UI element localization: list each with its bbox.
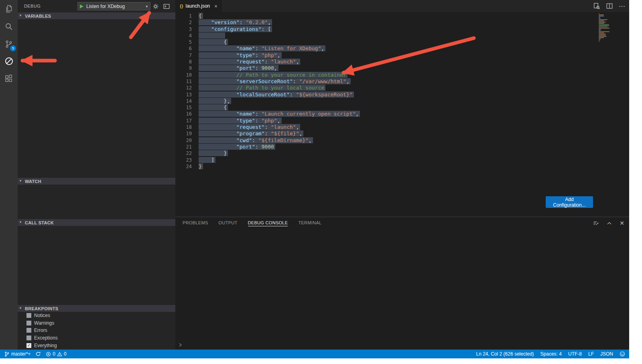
code-line[interactable]: 20 "cwd": "${fileDirname}", (175, 137, 360, 144)
code-line[interactable]: 16 "name": "Launch currently open script… (175, 111, 360, 117)
panel-tab-output[interactable]: OUTPUT (219, 220, 238, 226)
close-tab-icon[interactable]: × (214, 3, 217, 9)
open-preview-icon[interactable] (593, 2, 600, 10)
tab-launch-json[interactable]: {} launch.json × (175, 0, 222, 12)
close-panel-icon[interactable]: ✕ (620, 220, 624, 226)
breakpoint-item[interactable]: Exceptions (18, 334, 175, 342)
debug-console-output[interactable] (175, 229, 629, 342)
indentation-status[interactable]: Spaces: 4 (540, 351, 562, 357)
language-mode[interactable]: JSON (600, 351, 613, 357)
code-line[interactable]: 2 "version": "0.2.0", (175, 19, 360, 26)
bottom-panel: PROBLEMSOUTPUTDEBUG CONSOLETERMINAL ✕ (175, 217, 629, 350)
checkbox-unchecked[interactable] (26, 313, 31, 318)
add-configuration-button[interactable]: Add Configuration... (546, 196, 593, 208)
debug-config-dropdown[interactable]: Listen for XDebug ▾ (77, 2, 150, 10)
problems-status[interactable]: 0 0 (46, 351, 66, 357)
vscode-window: 5 DEBUG Listen for XDebug ▾ (0, 0, 629, 358)
code-line[interactable]: 18 "request": "launch", (175, 124, 360, 130)
activity-debug[interactable] (0, 52, 18, 70)
split-editor-icon[interactable] (606, 2, 613, 10)
line-text: "name": "Listen for XDebug", (199, 45, 325, 52)
breakpoint-item[interactable]: Notices (18, 312, 175, 319)
code-line[interactable]: 11 "serverSourceRoot": "/var/www/html", (175, 78, 360, 85)
minimap-line (599, 28, 609, 28)
code-line[interactable]: 13 "localSourceRoot": "${workspaceRoot}" (175, 92, 360, 98)
code-line[interactable]: 1{ (175, 13, 360, 19)
activity-explorer[interactable] (0, 0, 18, 18)
call-stack-section-label: CALL STACK (25, 220, 54, 225)
sync-button[interactable] (35, 351, 41, 357)
line-text: { (199, 13, 203, 19)
minimap[interactable] (599, 13, 611, 42)
code-line[interactable]: 8 "request": "launch", (175, 59, 360, 65)
code-line[interactable]: 24} (175, 163, 360, 170)
code-line[interactable]: 17 "type": "php", (175, 118, 360, 124)
code-line[interactable]: 3 "configurations": [ (175, 26, 360, 33)
branch-status[interactable]: master*+ (4, 351, 30, 357)
minimap-line (599, 29, 601, 30)
maximize-panel-icon[interactable] (606, 220, 612, 226)
minimap-line (599, 13, 599, 14)
line-text: // Path to your source in container (199, 72, 347, 78)
breakpoint-item[interactable]: Errors (18, 327, 175, 334)
code-line[interactable]: 9 "port": 9000, (175, 65, 360, 71)
code-line[interactable]: 4 (175, 33, 360, 39)
line-text: "type": "php", (199, 52, 282, 59)
minimap-line (599, 23, 604, 24)
line-text: { (199, 39, 228, 45)
cursor-position[interactable]: Ln 24, Col 2 (626 selected) (476, 351, 534, 357)
code-line[interactable]: 19 "program": "${file}", (175, 130, 360, 137)
checkbox-unchecked[interactable] (26, 336, 31, 340)
panel-tab-debug-console[interactable]: DEBUG CONSOLE (248, 220, 288, 226)
code-line[interactable]: 10 // Path to your source in container (175, 72, 360, 78)
minimap-line (599, 16, 604, 16)
encoding-status[interactable]: UTF-8 (568, 351, 582, 357)
eol-status[interactable]: LF (588, 351, 594, 357)
start-debugging-icon[interactable] (80, 4, 83, 8)
variables-section-body (18, 19, 175, 178)
code-line[interactable]: 14 }, (175, 98, 360, 104)
code-line[interactable]: 22 } (175, 150, 360, 157)
checkbox-checked[interactable]: ✓ (26, 343, 31, 348)
code-line[interactable]: 23 ] (175, 157, 360, 163)
breakpoint-item[interactable]: Warnings (18, 319, 175, 327)
minimap-line (599, 39, 601, 39)
line-number: 14 (175, 98, 192, 104)
panel-tab-terminal[interactable]: TERMINAL (298, 220, 321, 226)
breakpoint-item[interactable]: ✓Everything (18, 342, 175, 349)
collapse-icon: ▾ (20, 220, 21, 224)
code-line[interactable]: 6 "name": "Listen for XDebug", (175, 45, 360, 52)
activity-source-control[interactable]: 5 (0, 35, 18, 53)
breakpoint-label: Exceptions (34, 335, 58, 341)
chevron-down-icon: ▾ (146, 4, 148, 8)
open-debug-console-button[interactable] (162, 2, 171, 11)
code-line[interactable]: 7 "type": "php", (175, 52, 360, 59)
breakpoints-section-header[interactable]: ▾ BREAKPOINTS (18, 305, 175, 312)
activity-extensions[interactable] (0, 70, 18, 87)
clear-console-icon[interactable] (593, 220, 599, 226)
code-editor[interactable]: 1{2 "version": "0.2.0",3 "configurations… (175, 12, 629, 217)
console-prompt-icon[interactable] (178, 342, 183, 348)
debug-sidebar: DEBUG Listen for XDebug ▾ ▾ VARIABLES (18, 0, 175, 350)
watch-section-header[interactable]: ▾ WATCH (18, 178, 175, 185)
panel-tab-problems[interactable]: PROBLEMS (183, 220, 208, 226)
editor-actions: ⋯ (593, 0, 625, 12)
status-left: master*+ 0 0 (4, 351, 67, 357)
configure-launch-button[interactable] (151, 2, 160, 11)
collapse-icon: ▾ (20, 179, 21, 183)
code-line[interactable]: 21 "port": 9000 (175, 144, 360, 150)
activity-search[interactable] (0, 18, 18, 35)
line-number: 3 (175, 26, 192, 33)
feedback-smiley-icon[interactable] (620, 351, 625, 357)
checkbox-unchecked[interactable] (26, 321, 31, 325)
error-count: 0 (53, 351, 55, 357)
code-line[interactable]: 5 { (175, 39, 360, 45)
call-stack-section-header[interactable]: ▾ CALL STACK (18, 219, 175, 226)
minimap-line (599, 37, 604, 38)
code-line[interactable]: 15 { (175, 104, 360, 111)
more-actions-icon[interactable]: ⋯ (619, 2, 625, 10)
panel-tab-bar: PROBLEMSOUTPUTDEBUG CONSOLETERMINAL ✕ (175, 217, 629, 229)
checkbox-unchecked[interactable] (26, 328, 31, 333)
code-line[interactable]: 12 // Path to your local source (175, 85, 360, 91)
variables-section-header[interactable]: ▾ VARIABLES (18, 12, 175, 19)
